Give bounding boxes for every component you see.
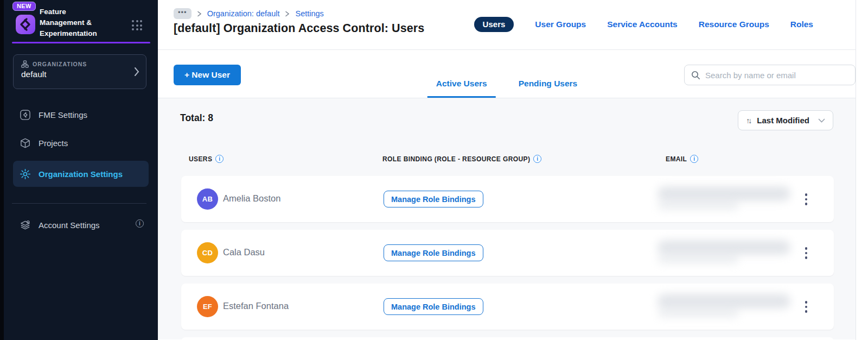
user-name: Cala Dasu [223, 247, 265, 257]
info-icon[interactable]: i [215, 155, 224, 163]
info-icon[interactable]: i [533, 155, 541, 163]
tab-user-groups[interactable]: User Groups [535, 20, 586, 29]
org-chart-icon [21, 60, 29, 68]
avatar: CD [197, 242, 218, 263]
access-control-tabs: Users User Groups Service Accounts Resou… [474, 17, 813, 32]
sidebar-item-account-settings[interactable]: Account Settings [13, 213, 149, 237]
email-redacted [658, 294, 790, 308]
sidebar: NEW Feature Management & Experimentation… [4, 0, 158, 340]
sort-arrows-icon: ↑↓ [746, 116, 750, 125]
gear-icon [20, 168, 31, 180]
sidebar-item-fme-settings[interactable]: FME Settings [13, 103, 149, 127]
manage-role-bindings-button[interactable]: Manage Role Bindings [384, 244, 483, 261]
row-menu-kebab-icon[interactable] [800, 192, 813, 207]
chevron-down-icon [818, 118, 825, 123]
total-count: Total: 8 [180, 112, 213, 124]
page-title: [default] Organization Access Control: U… [174, 22, 424, 35]
toolbar: + New User Active Users Pending Users [158, 50, 856, 98]
column-header-email: EMAILi [666, 155, 698, 163]
org-label: ORGANIZATIONS [33, 61, 87, 67]
page-header: ••• Organization: default Settings [defa… [158, 0, 856, 50]
avatar: EF [197, 296, 218, 317]
sidebar-item-label: Organization Settings [39, 169, 123, 179]
sidebar-item-label: Projects [39, 138, 68, 148]
row-menu-kebab-icon[interactable] [800, 299, 813, 314]
chevron-right-icon [134, 67, 139, 77]
cube-icon [20, 137, 31, 149]
fme-logo-icon [15, 14, 36, 35]
user-view-tabs: Active Users Pending Users [427, 72, 586, 98]
new-badge: NEW [12, 2, 36, 11]
breadcrumb-link-settings[interactable]: Settings [295, 9, 323, 18]
table-row: CD Cala Dasu Manage Role Bindings [181, 230, 834, 276]
email-redacted [658, 240, 790, 255]
column-header-role-binding: ROLE BINDING (ROLE - RESOURCE GROUP)i [382, 155, 541, 163]
app-grid-icon[interactable] [132, 20, 143, 31]
sidebar-item-label: Account Settings [39, 221, 100, 230]
sidebar-item-organization-settings[interactable]: Organization Settings [13, 161, 149, 187]
user-name: Estefan Fontana [223, 301, 289, 311]
layers-gear-icon [20, 219, 31, 231]
right-gutter [856, 0, 868, 340]
tab-users[interactable]: Users [474, 17, 514, 32]
tab-resource-groups[interactable]: Resource Groups [699, 20, 769, 29]
tab-service-accounts[interactable]: Service Accounts [607, 20, 678, 29]
brand-divider [12, 42, 150, 43]
manage-role-bindings-button[interactable]: Manage Role Bindings [384, 298, 483, 315]
manage-role-bindings-button[interactable]: Manage Role Bindings [384, 191, 483, 207]
avatar: AB [197, 188, 218, 210]
row-menu-kebab-icon[interactable] [800, 245, 813, 261]
sort-dropdown[interactable]: ↑↓ Last Modified [738, 110, 833, 130]
search-input[interactable] [705, 71, 848, 80]
chevron-right-icon [197, 11, 202, 17]
account-settings-info-icon[interactable]: i [136, 219, 144, 228]
breadcrumb: ••• Organization: default Settings [174, 8, 324, 19]
search-box [684, 65, 856, 85]
sidebar-item-label: FME Settings [39, 110, 87, 119]
breadcrumb-link-organization[interactable]: Organization: default [207, 9, 280, 18]
sort-label: Last Modified [757, 116, 809, 125]
fme-settings-icon [20, 109, 31, 121]
users-list-area: Total: 8 ↑↓ Last Modified USERSi ROLE BI… [158, 98, 856, 339]
sidebar-divider [12, 203, 146, 204]
info-icon[interactable]: i [690, 155, 698, 163]
user-rows: AB Amelia Boston Manage Role Bindings CD… [181, 176, 834, 337]
email-redacted [658, 200, 739, 210]
search-icon [691, 71, 700, 80]
email-redacted [658, 186, 790, 201]
chevron-right-icon [285, 11, 290, 17]
main-content: ••• Organization: default Settings [defa… [158, 0, 856, 340]
table-row: AB Amelia Boston Manage Role Bindings [181, 176, 834, 222]
org-value: default [21, 70, 138, 79]
new-user-button[interactable]: + New User [174, 65, 241, 85]
organization-selector[interactable]: ORGANIZATIONS default [13, 54, 146, 89]
app-screen: NEW Feature Management & Experimentation… [0, 0, 868, 340]
email-redacted [658, 308, 739, 318]
tab-active-users[interactable]: Active Users [427, 72, 496, 98]
breadcrumb-ellipsis-button[interactable]: ••• [174, 8, 192, 19]
user-name: Amelia Boston [223, 193, 280, 204]
column-header-users: USERSi [189, 155, 224, 163]
screen-edge-strip [0, 0, 4, 340]
brand-title: Feature Management & Experimentation [40, 7, 110, 39]
email-redacted [658, 254, 739, 264]
table-row: EF Estefan Fontana Manage Role Bindings [181, 284, 834, 330]
sidebar-item-projects[interactable]: Projects [13, 131, 149, 155]
tab-pending-users[interactable]: Pending Users [510, 72, 586, 98]
tab-roles[interactable]: Roles [790, 20, 813, 29]
table-row-partial [181, 337, 834, 340]
